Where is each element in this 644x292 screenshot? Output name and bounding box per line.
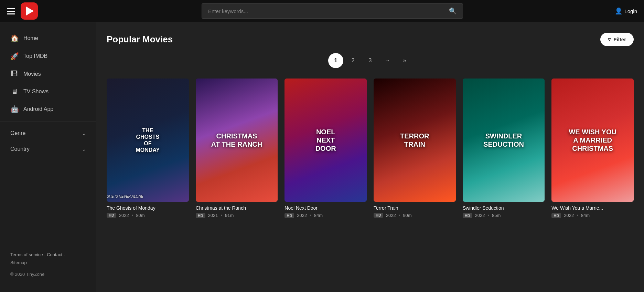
movie-duration: 84m	[581, 213, 590, 218]
hd-badge: HD	[551, 213, 561, 218]
movie-year: 2022	[475, 213, 485, 218]
movie-year: 2022	[297, 213, 307, 218]
filter-button[interactable]: ▿ Filter	[600, 33, 634, 46]
sidebar-label-android-app: Android App	[23, 106, 53, 112]
sidebar-nav-android-app[interactable]: 🤖 Android App	[0, 100, 96, 118]
country-label: Country	[10, 146, 30, 152]
copyright-text: © 2020 TinyZone	[10, 272, 44, 277]
sidebar: 🏠 Home 🚀 Top IMDB 🎞 Movies 🖥 TV Shows 🤖 …	[0, 22, 96, 292]
page-btn-2[interactable]: 2	[345, 53, 361, 68]
user-icon: 👤	[615, 7, 622, 15]
hd-badge: HD	[196, 213, 205, 218]
logo-play-icon	[26, 7, 34, 15]
tv-icon: 🖥	[10, 87, 19, 95]
movie-card-6[interactable]: We Wish YouA MarriedChristmas We Wish Yo…	[551, 79, 634, 218]
genre-section[interactable]: Genre ⌄	[0, 125, 96, 141]
movie-card-3[interactable]: NOELNEXTDOOR Noel Next Door HD 2022 • 84…	[285, 79, 367, 218]
movie-meta: HD 2021 • 91m	[196, 213, 278, 218]
movie-title: Terror Train	[374, 205, 456, 211]
poster-text: SWINDLERSEDUCTION	[463, 79, 545, 202]
login-label: Login	[624, 8, 637, 14]
poster-text: We Wish YouA MarriedChristmas	[551, 79, 634, 202]
poster-text: THEGHOSTSOFMONDAY	[107, 79, 189, 202]
sidebar-nav-tv-shows[interactable]: 🖥 TV Shows	[0, 83, 96, 100]
movie-year: 2022	[119, 213, 129, 218]
movie-card-1[interactable]: THEGHOSTSOFMONDAY SHE IS NEVER ALONE The…	[107, 79, 189, 218]
page-header: Popular Movies ▿ Filter	[107, 33, 634, 46]
meta-dot: •	[310, 213, 311, 218]
movie-duration: 80m	[136, 213, 144, 218]
sidebar-label-movies: Movies	[23, 71, 41, 77]
content-area: Popular Movies ▿ Filter 1 2 3 → » THEGHO…	[96, 22, 644, 228]
poster-tagline: SHE IS NEVER ALONE	[107, 195, 143, 198]
sidebar-footer: Terms of service - Contact - Sitemap © 2…	[0, 244, 96, 285]
filter-icon: ▿	[608, 36, 611, 43]
movie-card-2[interactable]: Christmasat the Ranch Christmas at the R…	[196, 79, 278, 218]
meta-dot: •	[577, 213, 578, 218]
header-right: 👤 Login	[561, 7, 637, 15]
movie-meta: HD 2022 • 84m	[551, 213, 634, 218]
sidebar-label-top-imdb: Top IMDB	[23, 53, 47, 59]
search-button[interactable]: 🔍	[443, 3, 463, 19]
sidebar-label-tv-shows: TV Shows	[23, 88, 49, 95]
home-icon: 🏠	[10, 34, 19, 42]
main-content: Popular Movies ▿ Filter 1 2 3 → » THEGHO…	[96, 0, 644, 292]
movie-poster: THEGHOSTSOFMONDAY SHE IS NEVER ALONE	[107, 79, 189, 202]
movie-card-5[interactable]: SWINDLERSEDUCTION Swindler Seduction HD …	[463, 79, 545, 218]
search-input[interactable]	[202, 3, 443, 19]
page-title: Popular Movies	[107, 34, 173, 45]
poster-text: Christmasat the Ranch	[196, 79, 278, 202]
page-btn-3[interactable]: 3	[363, 53, 378, 68]
meta-dot: •	[132, 213, 133, 218]
movie-year: 2022	[564, 213, 574, 218]
page-btn-next[interactable]: →	[380, 53, 395, 68]
country-chevron-icon: ⌄	[82, 146, 86, 152]
movies-grid: THEGHOSTSOFMONDAY SHE IS NEVER ALONE The…	[107, 79, 634, 218]
film-icon: 🎞	[10, 70, 19, 78]
sidebar-nav-movies[interactable]: 🎞 Movies	[0, 65, 96, 83]
rocket-icon: 🚀	[10, 52, 19, 60]
movie-duration: 91m	[225, 213, 234, 218]
genre-chevron-icon: ⌄	[82, 131, 86, 136]
movie-meta: HD 2022 • 80m	[107, 213, 189, 218]
hd-badge: HD	[374, 213, 383, 218]
meta-dot: •	[221, 213, 222, 218]
terms-link[interactable]: Terms of service	[10, 252, 43, 257]
movie-poster: NOELNEXTDOOR	[285, 79, 367, 202]
country-section[interactable]: Country ⌄	[0, 141, 96, 157]
movie-duration: 84m	[314, 213, 323, 218]
sidebar-nav-home[interactable]: 🏠 Home	[0, 29, 96, 47]
movie-year: 2022	[386, 213, 396, 218]
movie-poster: TERRORTRAIN	[374, 79, 456, 202]
sidebar-nav-top-imdb[interactable]: 🚀 Top IMDB	[0, 47, 96, 65]
meta-dot: •	[399, 213, 400, 218]
movie-title: The Ghosts of Monday	[107, 205, 189, 211]
poster-text: TERRORTRAIN	[374, 79, 456, 202]
movie-duration: 85m	[492, 213, 501, 218]
header-left	[7, 2, 103, 20]
movie-title: Noel Next Door	[285, 205, 367, 211]
hd-badge: HD	[107, 213, 116, 218]
hd-badge: HD	[285, 213, 294, 218]
movie-title: Swindler Seduction	[463, 205, 545, 211]
sidebar-label-home: Home	[23, 35, 38, 41]
pagination: 1 2 3 → »	[107, 53, 634, 68]
page-btn-last[interactable]: »	[397, 53, 412, 68]
sitemap-link[interactable]: Sitemap	[10, 260, 27, 265]
hd-badge: HD	[463, 213, 472, 218]
logo[interactable]	[21, 2, 38, 20]
movie-meta: HD 2022 • 85m	[463, 213, 545, 218]
page-btn-1[interactable]: 1	[328, 53, 343, 68]
hamburger-menu[interactable]	[7, 8, 15, 14]
movie-meta: HD 2022 • 84m	[285, 213, 367, 218]
meta-dot: •	[487, 213, 489, 218]
poster-text: NOELNEXTDOOR	[285, 79, 367, 202]
movie-card-4[interactable]: TERRORTRAIN Terror Train HD 2022 • 90m	[374, 79, 456, 218]
movie-year: 2021	[208, 213, 218, 218]
android-icon: 🤖	[10, 105, 19, 113]
movie-title: Christmas at the Ranch	[196, 205, 278, 211]
search-area: 🔍	[202, 3, 463, 19]
login-button[interactable]: 👤 Login	[615, 7, 637, 15]
contact-link[interactable]: Contact	[47, 252, 62, 257]
search-icon: 🔍	[449, 8, 457, 14]
